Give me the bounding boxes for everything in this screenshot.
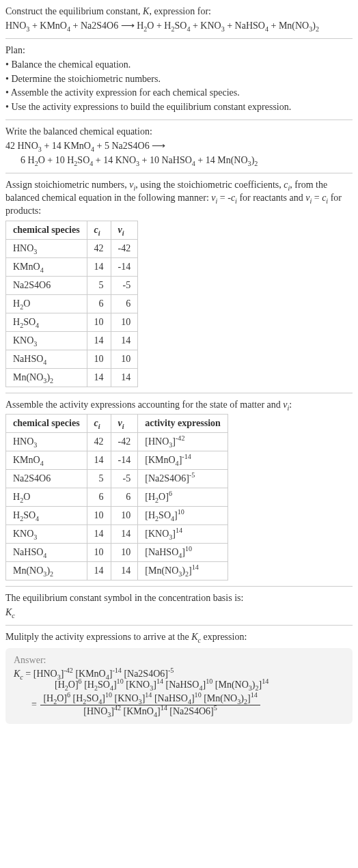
cell-activity: [KMnO4]-14 bbox=[138, 451, 228, 470]
assemble-text: Assemble the activity expressions accoun… bbox=[5, 399, 353, 412]
plan-block: Plan: • Balance the chemical equation. •… bbox=[5, 44, 353, 114]
cell-activity: [H2O]6 bbox=[138, 488, 228, 507]
cell-ci: 14 bbox=[87, 525, 111, 544]
table-row: H2SO41010 bbox=[6, 313, 138, 331]
cell-species: Mn(NO3)2 bbox=[6, 368, 87, 387]
answer-expression: Kc = [HNO3]-42 [KMnO4]-14 [Na2S4O6]-5 [H… bbox=[14, 669, 344, 717]
divider bbox=[5, 120, 353, 120]
cell-species: NaHSO4 bbox=[6, 544, 87, 562]
table-row: KNO31414[KNO3]14 bbox=[6, 525, 228, 544]
col-vi: νi bbox=[111, 221, 138, 239]
cell-species: Mn(NO3)2 bbox=[6, 562, 87, 580]
balanced-line1: 42 HNO3 + 14 KMnO4 + 5 Na2S4O6 ⟶ bbox=[5, 140, 353, 153]
divider bbox=[5, 625, 353, 626]
table-row: KMnO414-14 bbox=[6, 257, 138, 276]
cell-ci: 5 bbox=[87, 470, 111, 488]
cell-vi: 6 bbox=[111, 488, 138, 507]
col-species: chemical species bbox=[6, 415, 87, 433]
stoich-table: chemical species ci νi HNO342-42 KMnO414… bbox=[5, 221, 138, 387]
cell-activity: [Mn(NO3)2]14 bbox=[138, 562, 228, 580]
balanced-heading: Write the balanced chemical equation: bbox=[5, 126, 353, 139]
table-row: H2O66[H2O]6 bbox=[6, 488, 228, 507]
table-row: HNO342-42[HNO3]-42 bbox=[6, 433, 228, 451]
table-row: Mn(NO3)21414[Mn(NO3)2]14 bbox=[6, 562, 228, 580]
cell-vi: -14 bbox=[111, 451, 138, 470]
cell-species: KNO3 bbox=[6, 331, 87, 350]
cell-ci: 10 bbox=[87, 313, 111, 331]
answer-box: Answer: Kc = [HNO3]-42 [KMnO4]-14 [Na2S4… bbox=[5, 648, 353, 724]
cell-vi: -42 bbox=[111, 239, 138, 257]
cell-activity: [HNO3]-42 bbox=[138, 433, 228, 451]
cell-species: Na2S4O6 bbox=[6, 276, 87, 294]
cell-species: H2O bbox=[6, 294, 87, 313]
cell-species: HNO3 bbox=[6, 433, 87, 451]
table-row: HNO342-42 bbox=[6, 239, 138, 257]
plan-item: • Determine the stoichiometric numbers. bbox=[5, 73, 353, 86]
intro-reaction: HNO3 + KMnO4 + Na2S4O6 ⟶ H2O + H2SO4 + K… bbox=[5, 20, 353, 33]
cell-species: KMnO4 bbox=[6, 451, 87, 470]
table-row: NaHSO41010 bbox=[6, 350, 138, 368]
answer-label: Answer: bbox=[14, 655, 344, 666]
col-vi: νi bbox=[111, 415, 138, 433]
cell-vi: 10 bbox=[111, 313, 138, 331]
cell-ci: 14 bbox=[87, 331, 111, 350]
cell-vi: 6 bbox=[111, 294, 138, 313]
activity-table: chemical species ci νi activity expressi… bbox=[5, 414, 228, 580]
cell-vi: 14 bbox=[111, 562, 138, 580]
table-row: Mn(NO3)21414 bbox=[6, 368, 138, 387]
multiply-block: Mulitply the activity expressions to arr… bbox=[5, 631, 353, 644]
cell-ci: 6 bbox=[87, 294, 111, 313]
cell-activity: [H2SO4]10 bbox=[138, 507, 228, 525]
table-row: NaHSO41010[NaHSO4]10 bbox=[6, 544, 228, 562]
cell-activity: [NaHSO4]10 bbox=[138, 544, 228, 562]
table-row: H2SO41010[H2SO4]10 bbox=[6, 507, 228, 525]
assign-block: Assign stoichiometric numbers, νi, using… bbox=[5, 179, 353, 387]
symbol-block: The equilibrium constant symbol in the c… bbox=[5, 592, 353, 619]
cell-ci: 14 bbox=[87, 368, 111, 387]
intro-block: Construct the equilibrium constant, K, e… bbox=[5, 5, 353, 33]
symbol-value: Kc bbox=[5, 606, 353, 619]
cell-vi: 10 bbox=[111, 507, 138, 525]
balanced-block: Write the balanced chemical equation: 42… bbox=[5, 126, 353, 167]
table-row: H2O66 bbox=[6, 294, 138, 313]
col-species: chemical species bbox=[6, 221, 87, 239]
cell-vi: 14 bbox=[111, 368, 138, 387]
cell-ci: 42 bbox=[87, 239, 111, 257]
cell-vi: 14 bbox=[111, 331, 138, 350]
divider bbox=[5, 586, 353, 587]
table-row: KNO31414 bbox=[6, 331, 138, 350]
cell-species: HNO3 bbox=[6, 239, 87, 257]
cell-ci: 10 bbox=[87, 350, 111, 368]
cell-vi: -42 bbox=[111, 433, 138, 451]
cell-species: KMnO4 bbox=[6, 257, 87, 276]
cell-species: NaHSO4 bbox=[6, 350, 87, 368]
col-ci: ci bbox=[87, 221, 111, 239]
plan-item: • Use the activity expressions to build … bbox=[5, 101, 353, 114]
cell-species: H2SO4 bbox=[6, 507, 87, 525]
fraction-denominator: [HNO3]42 [KMnO4]14 [Na2S4O6]5 bbox=[40, 705, 260, 717]
table-row: KMnO414-14[KMnO4]-14 bbox=[6, 451, 228, 470]
divider bbox=[5, 393, 353, 393]
cell-vi: -14 bbox=[111, 257, 138, 276]
cell-activity: [Na2S4O6]-5 bbox=[138, 470, 228, 488]
answer-fraction: [H2O]6 [H2SO4]10 [KNO3]14 [NaHSO4]10 [Mn… bbox=[40, 693, 260, 717]
cell-ci: 10 bbox=[87, 544, 111, 562]
plan-heading: Plan: bbox=[5, 44, 353, 57]
assemble-block: Assemble the activity expressions accoun… bbox=[5, 399, 353, 581]
cell-species: KNO3 bbox=[6, 525, 87, 544]
cell-activity: [KNO3]14 bbox=[138, 525, 228, 544]
cell-ci: 42 bbox=[87, 433, 111, 451]
col-activity: activity expression bbox=[138, 415, 228, 433]
table-row: Na2S4O65-5 bbox=[6, 276, 138, 294]
divider bbox=[5, 38, 353, 39]
cell-ci: 5 bbox=[87, 276, 111, 294]
cell-vi: 10 bbox=[111, 544, 138, 562]
plan-item: • Balance the chemical equation. bbox=[5, 59, 353, 72]
cell-ci: 14 bbox=[87, 451, 111, 470]
col-ci: ci bbox=[87, 415, 111, 433]
fraction-numerator: [H2O]6 [H2SO4]10 [KNO3]14 [NaHSO4]10 [Mn… bbox=[40, 693, 260, 705]
divider bbox=[5, 173, 353, 173]
table-header-row: chemical species ci νi bbox=[6, 221, 138, 239]
cell-ci: 14 bbox=[87, 257, 111, 276]
table-row: Na2S4O65-5[Na2S4O6]-5 bbox=[6, 470, 228, 488]
